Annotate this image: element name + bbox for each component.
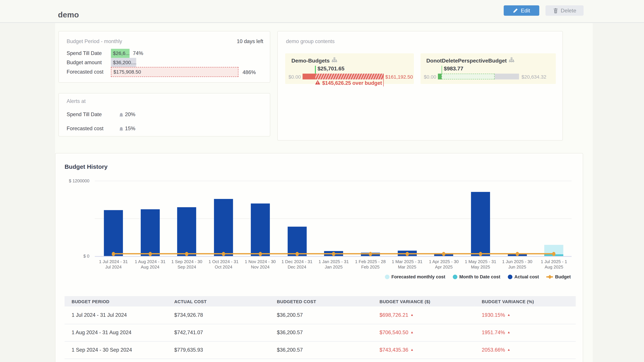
actual-cost-bar	[214, 199, 233, 256]
budget-amount-label: Budget amount	[66, 59, 102, 65]
forecast-overrun-segment	[316, 73, 384, 79]
x-axis-label: 1 Mar 2025 - 31Mar 2025	[388, 259, 426, 270]
group-contents-title: demo group contents	[286, 38, 334, 44]
budget-point	[442, 252, 446, 256]
table-body: 1 Jul 2024 - 31 Jul 2024$734,926.78$36,2…	[64, 307, 576, 359]
up-triangle-icon: ▲	[410, 348, 414, 352]
legend-label: Forecasted monthly cost	[392, 274, 445, 279]
legend-item[interactable]: Actual cost	[508, 274, 539, 279]
alert-spend-value: 20%	[125, 112, 135, 117]
pencil-icon	[513, 8, 518, 13]
table-cell: $36,200.57	[270, 307, 372, 324]
actual-cost-bar	[288, 227, 306, 256]
table-cell: 1 Jul 2024 - 31 Jul 2024	[64, 307, 167, 324]
up-triangle-icon: ▲	[507, 313, 510, 317]
spend-till-date-percent: 74%	[133, 50, 143, 56]
actual-cost-bar	[251, 203, 270, 256]
table-cell: 1 Sep 2024 - 30 Sep 2024	[64, 341, 167, 359]
table-cell: $734,926.78	[167, 307, 270, 324]
budget-progress-bar[interactable]	[302, 73, 384, 79]
table-header-cell[interactable]: BUDGET PERIOD	[64, 296, 167, 307]
actual-cost-bar	[471, 192, 490, 256]
budget-point	[258, 252, 262, 256]
table-header-cell[interactable]: BUDGET VARIANCE (%)	[475, 296, 576, 307]
table-cell: $36,200.57	[270, 341, 372, 359]
budget-period-title: Budget Period - monthly	[66, 38, 122, 44]
actual-cost-bar	[177, 207, 196, 256]
alerts-card: Alerts at Spend Till Date 20% Forecasted…	[58, 93, 270, 136]
spend-tick	[315, 66, 316, 73]
up-triangle-icon: ▲	[410, 313, 414, 317]
up-triangle-icon: ▲	[507, 331, 510, 334]
budget-point	[516, 252, 519, 256]
y-axis-zero-label: $ 0	[60, 254, 90, 259]
y-axis-top-label: $ 1200000	[60, 178, 90, 183]
edit-button[interactable]: Edit	[504, 5, 539, 16]
x-axis-label: 1 Jul 2024 - 31Jul 2024	[94, 259, 132, 270]
table-header-cell[interactable]: BUDGET VARIANCE ($)	[372, 296, 475, 307]
spend-till-date-label: Spend Till Date	[66, 50, 102, 56]
variance-cell: $706,540.50▲	[372, 324, 475, 341]
budget-history-table: BUDGET PERIODACTUAL COSTBUDGETED COSTBUD…	[64, 296, 576, 359]
over-budget-label: $145,626.25 over budget	[315, 80, 382, 86]
budget-point	[148, 252, 152, 256]
budget-current-value: $983.77	[444, 65, 464, 71]
table-header-cell[interactable]: ACTUAL COST	[167, 296, 270, 307]
variance-cell: 2053.66%▲	[475, 341, 576, 359]
budget-max-label: $161,192.50	[386, 74, 413, 80]
remaining-segment	[495, 73, 519, 79]
table-header-cell[interactable]: BUDGETED COST	[270, 296, 372, 307]
forecast-segment	[442, 73, 494, 79]
gridline-top	[95, 181, 572, 181]
budget-period-card: Budget Period - monthly 10 days left Spe…	[58, 31, 270, 83]
legend-item[interactable]: Budget	[546, 274, 571, 279]
table-row: 1 Aug 2024 - 31 Aug 2024$742,741.07$36,2…	[64, 324, 576, 341]
legend-dot-icon	[453, 274, 457, 279]
budget-point	[369, 252, 372, 256]
budget-progress-bar[interactable]	[438, 73, 519, 79]
alert-forecast-label: Forecasted cost	[66, 126, 103, 132]
topbar: demo Edit Delete	[0, 0, 644, 23]
table-cell: $36,200.57	[270, 324, 372, 341]
alert-forecast-value: 15%	[125, 126, 135, 132]
budget-history-card: Budget History $ 1200000 $ 0 1 Jul 2024 …	[55, 153, 583, 362]
legend-item[interactable]: Forecasted monthly cost	[385, 274, 445, 279]
forecasted-cost-chip: $175,908.50	[111, 67, 238, 77]
budget-min-label: $0.00	[285, 74, 301, 80]
group-contents-card: demo group contents Demo-Budgets $25,701…	[277, 31, 563, 141]
budget-name[interactable]: DonotDeletePerspectiveBudget	[426, 57, 514, 64]
budget-dashboard: demo Edit Delete Budget Period - monthly…	[0, 0, 644, 362]
variance-cell: 1951.74%▲	[475, 324, 576, 341]
table-header-row: BUDGET PERIODACTUAL COSTBUDGETED COSTBUD…	[64, 296, 576, 307]
spend-tick	[442, 66, 442, 73]
spend-till-date-chip: $26,6...	[111, 49, 130, 58]
table-cell: 1 Aug 2024 - 31 Aug 2024	[64, 324, 167, 341]
bell-icon	[119, 126, 124, 132]
x-axis-label: 1 Feb 2025 - 28Feb 2025	[351, 259, 390, 270]
budget-amount-chip: $36,200....	[111, 58, 136, 67]
alert-spend-label: Spend Till Date	[66, 112, 102, 117]
table-cell: $779,635.93	[167, 341, 270, 359]
x-axis-label: 1 Jun 2025 - 30Jun 2025	[498, 259, 536, 270]
actual-cost-bar	[140, 210, 160, 256]
actual-cost-bar	[104, 210, 123, 256]
variance-cell: $698,726.21▲	[372, 307, 475, 324]
up-triangle-icon: ▲	[507, 348, 510, 352]
hierarchy-icon[interactable]	[509, 57, 515, 64]
hierarchy-icon[interactable]	[332, 57, 338, 64]
forecasted-cost-percent: 486%	[242, 69, 256, 75]
legend-label: Month to Date cost	[459, 274, 500, 279]
x-axis-label: 1 Nov 2024 - 30Nov 2024	[241, 259, 279, 270]
x-axis-label: 1 Aug 2024 - 31Aug 2024	[131, 259, 169, 270]
legend-item[interactable]: Month to Date cost	[453, 274, 500, 279]
legend-label: Budget	[555, 274, 571, 279]
budget-name[interactable]: Demo-Budgets	[291, 57, 338, 64]
x-axis-label: 1 Jan 2025 - 31Jan 2025	[314, 259, 353, 270]
table-row: 1 Jul 2024 - 31 Jul 2024$734,926.78$36,2…	[64, 307, 576, 324]
days-left-label: 10 days left	[237, 38, 263, 44]
warning-icon	[315, 80, 320, 86]
budget-history-title: Budget History	[64, 163, 108, 170]
budget-current-value: $25,701.65	[318, 65, 344, 71]
delete-button[interactable]: Delete	[546, 5, 584, 16]
spend-segment	[302, 73, 316, 79]
